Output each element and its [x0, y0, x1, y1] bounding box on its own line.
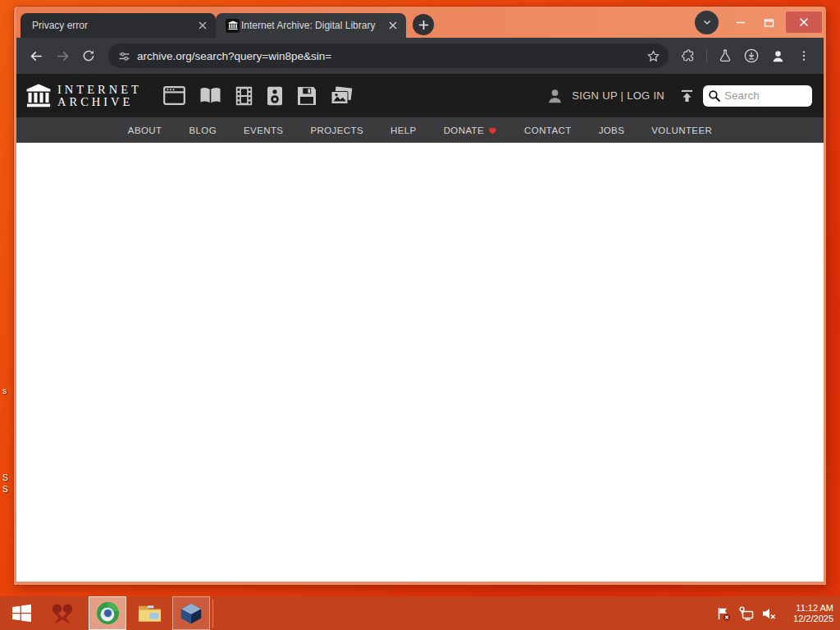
- action-center-flag-icon[interactable]: [716, 606, 731, 621]
- archive-nav: ABOUT BLOG EVENTS PROJECTS HELP DONATE C…: [16, 117, 824, 143]
- chrome-icon: [96, 601, 120, 625]
- nav-contact[interactable]: CONTACT: [524, 126, 572, 135]
- video-icon[interactable]: [235, 86, 253, 106]
- site-settings-icon[interactable]: [118, 50, 130, 62]
- chrome-taskbar-button[interactable]: [89, 596, 126, 630]
- virtualbox-taskbar-button[interactable]: [172, 596, 210, 630]
- desktop-icon-label-fragment: S: [2, 473, 8, 482]
- tab-strip: Privacy error Internet Archive: Digital …: [16, 7, 824, 38]
- red-app-icon[interactable]: [43, 596, 82, 630]
- media-type-icons: [163, 86, 353, 106]
- window-controls: [695, 7, 822, 38]
- volume-muted-icon[interactable]: [761, 606, 777, 621]
- archive-building-icon: [26, 83, 51, 109]
- upload-icon[interactable]: [679, 88, 695, 104]
- browser-window: Privacy error Internet Archive: Digital …: [14, 7, 826, 585]
- archive-search-box[interactable]: [703, 85, 812, 107]
- toolbar-divider: [706, 48, 707, 63]
- windows-taskbar: 11:12 AM 12/2/2025: [0, 596, 840, 630]
- internet-archive-logo[interactable]: INTERNET ARCHIVE: [26, 83, 142, 109]
- maximize-button[interactable]: [755, 11, 783, 33]
- bookmark-star-icon[interactable]: [646, 49, 660, 63]
- clock-date: 12/2/2025: [784, 614, 833, 624]
- network-icon[interactable]: [738, 606, 754, 621]
- tab-internet-archive[interactable]: Internet Archive: Digital Library: [216, 13, 406, 38]
- virtualbox-icon: [180, 602, 203, 625]
- system-tray: 11:12 AM 12/2/2025: [716, 603, 840, 624]
- reload-button[interactable]: [77, 44, 100, 67]
- internet-archive-header: INTERNET ARCHIVE: [16, 74, 824, 117]
- nav-volunteer[interactable]: VOLUNTEER: [651, 126, 712, 135]
- address-bar[interactable]: archive.org/search?query=win8pe&sin=: [108, 43, 669, 68]
- texts-icon[interactable]: [199, 86, 221, 105]
- tab-title: Internet Archive: Digital Library: [241, 20, 381, 31]
- downloads-icon[interactable]: [740, 44, 763, 67]
- close-button[interactable]: [786, 11, 822, 33]
- nav-about[interactable]: ABOUT: [128, 126, 162, 135]
- menu-kebab-icon[interactable]: [792, 44, 815, 67]
- person-icon[interactable]: [546, 87, 564, 105]
- software-icon[interactable]: [297, 86, 317, 106]
- archive-search-input[interactable]: [724, 89, 798, 102]
- nav-events[interactable]: EVENTS: [244, 126, 283, 135]
- minimize-button[interactable]: [727, 11, 755, 33]
- clock-time: 11:12 AM: [784, 603, 833, 614]
- page-content-blank: [16, 143, 824, 582]
- web-icon[interactable]: [163, 86, 185, 105]
- taskbar-clock[interactable]: 11:12 AM 12/2/2025: [784, 603, 833, 624]
- browser-toolbar: archive.org/search?query=win8pe&sin=: [16, 38, 824, 74]
- experiments-flask-icon[interactable]: [714, 44, 737, 67]
- nav-help[interactable]: HELP: [390, 126, 417, 135]
- signup-login-link[interactable]: SIGN UP | LOG IN: [572, 89, 664, 102]
- start-button[interactable]: [0, 596, 43, 630]
- nav-blog[interactable]: BLOG: [189, 126, 217, 135]
- tab-privacy-error[interactable]: Privacy error: [21, 13, 216, 38]
- profile-avatar-icon[interactable]: [766, 44, 789, 67]
- nav-donate[interactable]: DONATE: [444, 126, 497, 135]
- nav-jobs[interactable]: JOBS: [599, 126, 625, 135]
- nav-projects[interactable]: PROJECTS: [310, 126, 363, 135]
- desktop-icon-label-fragment: s: [2, 386, 7, 395]
- forward-button[interactable]: [51, 44, 74, 67]
- url-text[interactable]: archive.org/search?query=win8pe&sin=: [137, 50, 640, 62]
- file-explorer-button[interactable]: [126, 596, 172, 630]
- header-right-group: SIGN UP | LOG IN: [546, 85, 815, 107]
- audio-icon[interactable]: [267, 86, 283, 106]
- desktop-icon-label-fragment: S: [2, 485, 8, 494]
- tab-close-icon[interactable]: [386, 19, 399, 32]
- heart-icon: [488, 126, 497, 135]
- tab-title: Privacy error: [32, 20, 191, 31]
- folder-icon: [137, 603, 162, 624]
- tab-close-icon[interactable]: [196, 19, 209, 32]
- taskbar-separator: [212, 600, 213, 628]
- new-tab-button[interactable]: [413, 14, 434, 35]
- archive-wordmark: INTERNET ARCHIVE: [57, 84, 142, 108]
- internet-archive-favicon: [226, 19, 240, 33]
- images-icon[interactable]: [331, 86, 353, 106]
- extensions-icon[interactable]: [677, 44, 700, 67]
- search-icon: [708, 89, 721, 103]
- back-button[interactable]: [25, 44, 48, 67]
- taskbar-left: [0, 596, 213, 630]
- tab-search-button[interactable]: [695, 11, 719, 34]
